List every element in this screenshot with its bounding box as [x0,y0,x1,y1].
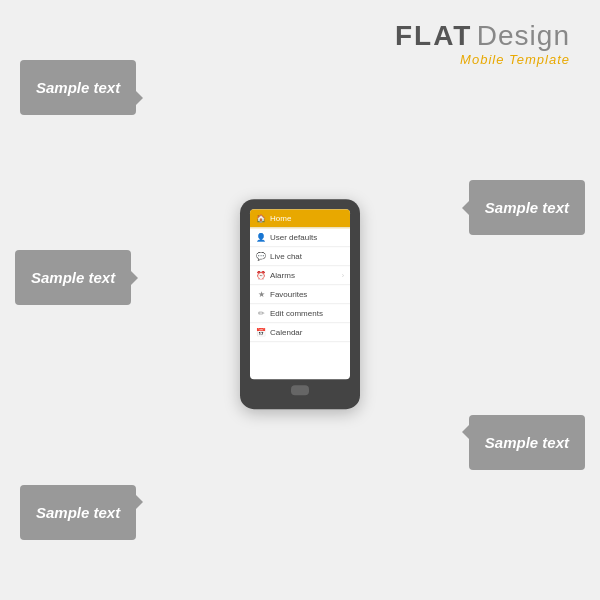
phone-home-button [291,385,309,395]
phone-device: 🏠Home👤User defaults💬Live chat⏰Alarms›★Fa… [240,199,360,409]
menu-item-calendar[interactable]: 📅Calendar [250,323,350,342]
menu-item-edit-comments[interactable]: ✏Edit comments [250,304,350,323]
menu-item-alarms[interactable]: ⏰Alarms› [250,266,350,285]
title-flat: FLAT [395,20,472,51]
menu-icon: 👤 [256,232,266,242]
menu-label: Alarms [270,271,295,280]
callout-bot-left: Sample text [20,485,136,540]
menu-item-user-defaults[interactable]: 👤User defaults [250,228,350,247]
title-design: Design [477,20,570,51]
menu-item-home[interactable]: 🏠Home [250,209,350,228]
menu-label: User defaults [270,233,317,242]
callout-bot-right: Sample text [469,415,585,470]
menu-icon: ⏰ [256,270,266,280]
menu-label: Home [270,214,291,223]
menu-label: Live chat [270,252,302,261]
menu-label: Calendar [270,328,302,337]
title-area: FLAT Design Mobile Template [395,20,570,67]
title-line: FLAT Design [395,20,570,52]
menu-label: Edit comments [270,309,323,318]
menu-icon: ✏ [256,308,266,318]
title-subtitle: Mobile Template [395,52,570,67]
callout-mid-right-label: Sample text [485,199,569,216]
menu-item-live-chat[interactable]: 💬Live chat [250,247,350,266]
menu-label: Favourites [270,290,307,299]
menu-icon: 🏠 [256,213,266,223]
menu-item-favourites[interactable]: ★Favourites [250,285,350,304]
callout-mid-right: Sample text [469,180,585,235]
callout-top-left: Sample text [20,60,136,115]
callout-mid-left-label: Sample text [31,269,115,286]
menu-icon: 📅 [256,327,266,337]
callout-top-left-label: Sample text [36,79,120,96]
callout-mid-left: Sample text [15,250,131,305]
menu-icon: ★ [256,289,266,299]
callout-bot-left-label: Sample text [36,504,120,521]
menu-icon: 💬 [256,251,266,261]
callout-bot-right-label: Sample text [485,434,569,451]
menu-arrow-icon: › [342,272,344,279]
phone-screen: 🏠Home👤User defaults💬Live chat⏰Alarms›★Fa… [250,209,350,379]
